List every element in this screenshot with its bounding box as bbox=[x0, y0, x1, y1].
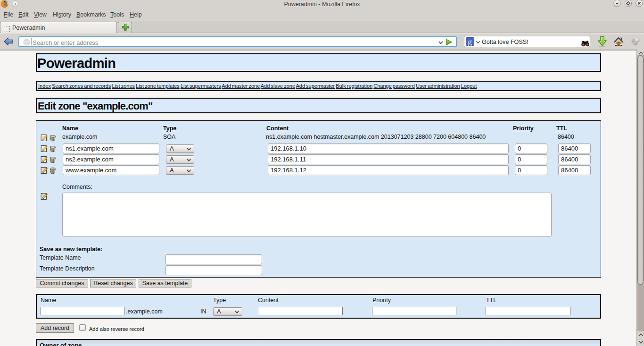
svg-text:g: g bbox=[468, 37, 472, 46]
